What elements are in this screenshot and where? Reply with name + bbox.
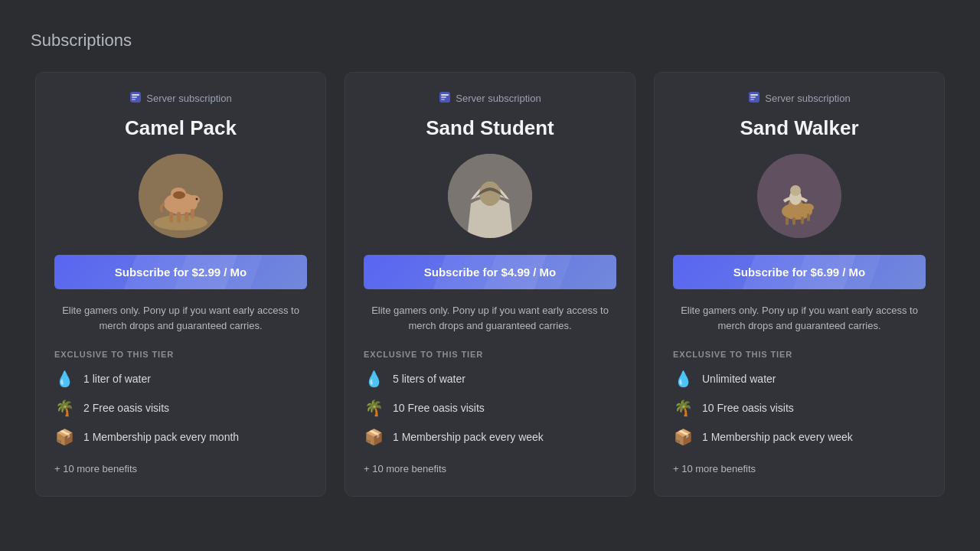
benefit-item: 💧 5 liters of water bbox=[364, 370, 616, 388]
benefit-icon: 📦 bbox=[673, 428, 693, 446]
more-benefits-link: + 10 more benefits bbox=[54, 463, 137, 474]
svg-rect-9 bbox=[186, 196, 192, 204]
server-subscription-label: Server subscription bbox=[129, 91, 231, 106]
svg-rect-18 bbox=[441, 96, 446, 98]
server-icon bbox=[129, 91, 142, 106]
svg-rect-2 bbox=[132, 96, 137, 98]
benefit-icon: 🌴 bbox=[54, 399, 74, 417]
benefits-list: 💧 Unlimited water 🌴 10 Free oasis visits… bbox=[673, 370, 926, 446]
benefit-item: 📦 1 Membership pack every week bbox=[364, 428, 616, 446]
server-icon bbox=[439, 91, 451, 106]
server-subscription-label: Server subscription bbox=[748, 91, 850, 106]
svg-rect-24 bbox=[750, 96, 756, 98]
svg-rect-11 bbox=[177, 212, 181, 223]
page-title: Subscriptions bbox=[31, 31, 949, 51]
cards-container: Server subscription Camel Pack Subscribe… bbox=[31, 72, 949, 497]
card-description: Elite gamers only. Pony up if you want e… bbox=[364, 303, 616, 333]
svg-point-21 bbox=[479, 181, 501, 206]
svg-rect-17 bbox=[441, 94, 449, 96]
subscribe-button[interactable]: Subscribe for $6.99 / Mo bbox=[673, 255, 926, 289]
subscribe-button[interactable]: Subscribe for $2.99 / Mo bbox=[54, 255, 307, 289]
svg-point-15 bbox=[196, 198, 198, 201]
benefit-icon: 💧 bbox=[364, 370, 384, 388]
subscribe-button[interactable]: Subscribe for $4.99 / Mo bbox=[364, 255, 616, 289]
subscription-type-label: Server subscription bbox=[765, 93, 850, 104]
subscription-type-label: Server subscription bbox=[456, 93, 541, 104]
avatar bbox=[757, 154, 841, 238]
exclusive-tier-label: EXCLUSIVE TO THIS TIER bbox=[54, 350, 174, 359]
benefit-text: 5 liters of water bbox=[393, 373, 466, 385]
benefit-text: 1 liter of water bbox=[83, 373, 151, 385]
benefit-icon: 🌴 bbox=[364, 399, 384, 417]
benefit-item: 📦 1 Membership pack every month bbox=[54, 428, 307, 446]
server-subscription-label: Server subscription bbox=[439, 91, 541, 106]
benefit-icon: 💧 bbox=[54, 370, 74, 388]
benefit-item: 💧 1 liter of water bbox=[54, 370, 307, 388]
exclusive-tier-label: EXCLUSIVE TO THIS TIER bbox=[673, 350, 792, 359]
svg-rect-10 bbox=[169, 212, 173, 223]
card-description: Elite gamers only. Pony up if you want e… bbox=[54, 303, 307, 333]
card-description: Elite gamers only. Pony up if you want e… bbox=[673, 303, 926, 333]
benefit-icon: 📦 bbox=[364, 428, 384, 446]
svg-rect-34 bbox=[807, 214, 810, 221]
benefit-text: 10 Free oasis visits bbox=[393, 402, 485, 414]
subscription-card-sand-student: Server subscription Sand Student Subscri… bbox=[345, 72, 635, 497]
benefit-item: 💧 Unlimited water bbox=[673, 370, 926, 388]
svg-point-36 bbox=[790, 185, 801, 196]
card-title: Camel Pack bbox=[125, 116, 237, 140]
card-title: Sand Walker bbox=[740, 116, 858, 140]
benefit-icon: 📦 bbox=[54, 428, 74, 446]
svg-rect-3 bbox=[132, 99, 136, 100]
svg-rect-1 bbox=[132, 94, 139, 96]
svg-rect-32 bbox=[792, 217, 795, 225]
subscription-card-camel-pack: Server subscription Camel Pack Subscribe… bbox=[35, 72, 326, 497]
benefit-item: 🌴 2 Free oasis visits bbox=[54, 399, 307, 417]
svg-rect-12 bbox=[185, 212, 188, 221]
benefit-icon: 💧 bbox=[673, 370, 693, 388]
benefit-icon: 🌴 bbox=[673, 399, 693, 417]
avatar bbox=[448, 154, 532, 238]
benefit-item: 🌴 10 Free oasis visits bbox=[364, 399, 616, 417]
benefit-text: 1 Membership pack every week bbox=[393, 431, 544, 443]
svg-rect-19 bbox=[441, 99, 445, 100]
svg-rect-13 bbox=[191, 209, 194, 218]
avatar bbox=[139, 154, 223, 238]
svg-rect-31 bbox=[786, 217, 789, 225]
benefits-list: 💧 1 liter of water 🌴 2 Free oasis visits… bbox=[54, 370, 307, 446]
card-title: Sand Student bbox=[426, 116, 554, 140]
svg-rect-23 bbox=[750, 94, 758, 96]
svg-rect-33 bbox=[801, 217, 804, 224]
svg-rect-30 bbox=[803, 204, 808, 210]
benefit-item: 📦 1 Membership pack every week bbox=[673, 428, 926, 446]
subscription-card-sand-walker: Server subscription Sand Walker Subscrib… bbox=[654, 72, 945, 497]
svg-point-14 bbox=[173, 191, 185, 199]
benefit-text: 1 Membership pack every month bbox=[83, 431, 239, 443]
svg-rect-25 bbox=[750, 99, 754, 100]
benefit-text: 10 Free oasis visits bbox=[702, 402, 794, 414]
more-benefits-link: + 10 more benefits bbox=[673, 463, 756, 474]
more-benefits-link: + 10 more benefits bbox=[364, 463, 446, 474]
benefit-item: 🌴 10 Free oasis visits bbox=[673, 399, 926, 417]
benefit-text: 2 Free oasis visits bbox=[83, 402, 169, 414]
exclusive-tier-label: EXCLUSIVE TO THIS TIER bbox=[364, 350, 483, 359]
server-icon bbox=[748, 91, 760, 106]
benefits-list: 💧 5 liters of water 🌴 10 Free oasis visi… bbox=[364, 370, 616, 446]
subscription-type-label: Server subscription bbox=[146, 93, 231, 104]
benefit-text: Unlimited water bbox=[702, 373, 776, 385]
benefit-text: 1 Membership pack every week bbox=[702, 431, 853, 443]
